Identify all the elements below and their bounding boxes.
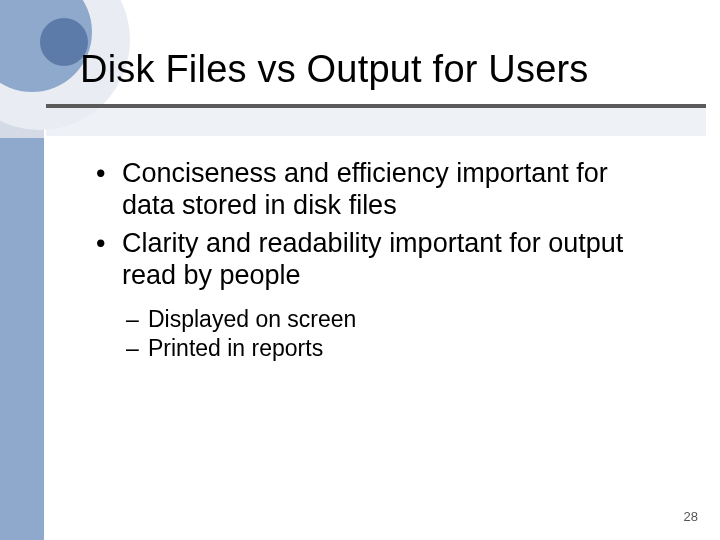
bullet-level1: • Conciseness and efficiency important f…: [96, 158, 656, 222]
title-underline: [46, 104, 706, 108]
bullet-text: Clarity and readability important for ou…: [122, 228, 656, 292]
dash-mark-icon: –: [126, 305, 148, 334]
slide-body: • Conciseness and efficiency important f…: [96, 158, 656, 363]
bullet-level1: • Clarity and readability important for …: [96, 228, 656, 292]
bullet-text: Conciseness and efficiency important for…: [122, 158, 656, 222]
dash-mark-icon: –: [126, 334, 148, 363]
bullet-mark-icon: •: [96, 228, 122, 292]
bullet-mark-icon: •: [96, 158, 122, 222]
bullet-level2: – Displayed on screen: [126, 305, 656, 334]
slide: Disk Files vs Output for Users • Concise…: [0, 0, 720, 540]
title-band-light: [46, 108, 706, 136]
slide-title: Disk Files vs Output for Users: [80, 48, 589, 91]
bullet-level2: – Printed in reports: [126, 334, 656, 363]
left-sidebar-band: [0, 110, 44, 540]
sub-bullet-text: Displayed on screen: [148, 305, 356, 334]
page-number: 28: [684, 509, 698, 524]
sub-bullet-text: Printed in reports: [148, 334, 323, 363]
sub-bullet-group: – Displayed on screen – Printed in repor…: [96, 305, 656, 363]
